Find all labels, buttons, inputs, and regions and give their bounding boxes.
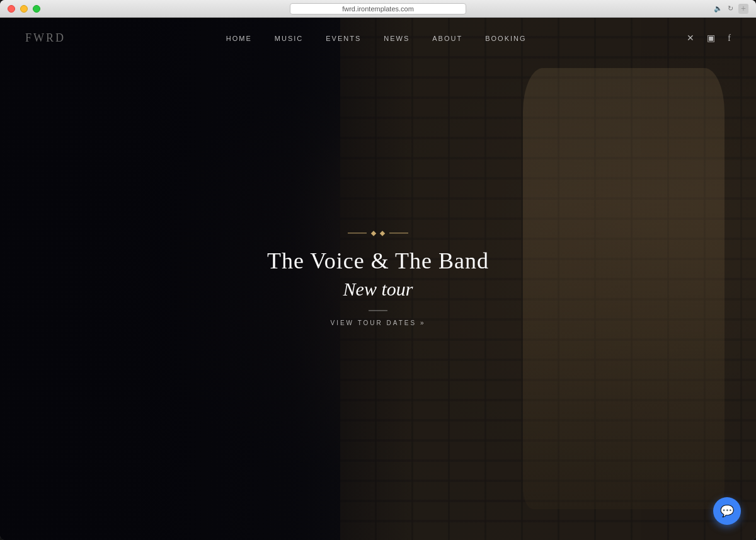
nav-booking[interactable]: BOOKING bbox=[485, 35, 526, 42]
nav-links: HOME MUSIC EVENTS NEWS ABOUT BOOKING bbox=[226, 35, 527, 42]
traffic-lights bbox=[8, 5, 40, 13]
browser-window: fwrd.irontemplates.com 🔈 ↻ + FWRD HOME M… bbox=[0, 0, 756, 540]
nav-home[interactable]: HOME bbox=[226, 35, 252, 42]
twitter-icon[interactable]: ✕ bbox=[687, 33, 694, 43]
ornament-line-left bbox=[348, 233, 367, 233]
facebook-icon[interactable]: f bbox=[728, 33, 731, 43]
hero-divider bbox=[369, 310, 387, 311]
nav-events[interactable]: EVENTS bbox=[326, 35, 361, 42]
add-tab-button[interactable]: + bbox=[738, 4, 748, 14]
close-button[interactable] bbox=[8, 5, 15, 13]
chat-icon: 💬 bbox=[720, 504, 734, 518]
url-bar[interactable]: fwrd.irontemplates.com bbox=[290, 3, 466, 14]
minimize-button[interactable] bbox=[20, 5, 28, 13]
titlebar-actions: 🔈 ↻ + bbox=[714, 4, 748, 14]
nav-news[interactable]: NEWS bbox=[384, 35, 410, 42]
chat-button[interactable]: 💬 bbox=[713, 497, 741, 525]
titlebar: fwrd.irontemplates.com 🔈 ↻ + bbox=[0, 0, 756, 18]
hero-content: The Voice & The Band New tour VIEW TOUR … bbox=[252, 231, 504, 326]
url-text: fwrd.irontemplates.com bbox=[342, 5, 414, 13]
hero-subtitle: New tour bbox=[252, 279, 504, 300]
website-content: FWRD HOME MUSIC EVENTS NEWS ABOUT BOOKIN… bbox=[0, 18, 756, 540]
view-tour-dates-button[interactable]: VIEW TOUR DATES » bbox=[252, 319, 504, 326]
ornament-line-right bbox=[389, 233, 408, 233]
social-links: ✕ ▣ f bbox=[687, 33, 731, 43]
site-logo[interactable]: FWRD bbox=[25, 32, 66, 45]
main-navigation: FWRD HOME MUSIC EVENTS NEWS ABOUT BOOKIN… bbox=[0, 18, 756, 59]
hero-title: The Voice & The Band bbox=[252, 248, 504, 275]
instagram-icon[interactable]: ▣ bbox=[707, 33, 715, 43]
maximize-button[interactable] bbox=[33, 5, 40, 13]
ornament-diamond bbox=[371, 231, 376, 236]
audio-icon: 🔈 bbox=[714, 4, 723, 13]
nav-music[interactable]: MUSIC bbox=[275, 35, 303, 42]
refresh-icon[interactable]: ↻ bbox=[728, 4, 733, 13]
person-silhouette bbox=[523, 68, 724, 509]
ornament-diamond-2 bbox=[380, 231, 385, 236]
hero-ornament bbox=[252, 231, 504, 235]
nav-about[interactable]: ABOUT bbox=[432, 35, 462, 42]
